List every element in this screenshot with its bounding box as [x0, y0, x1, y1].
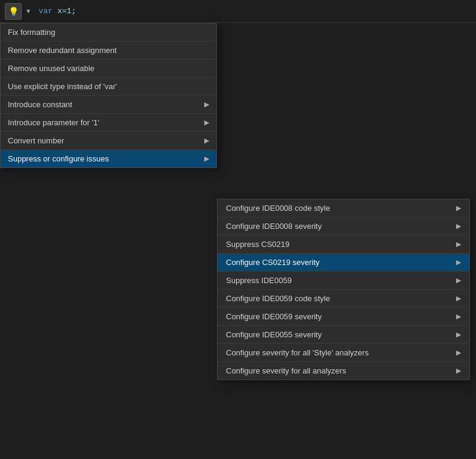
submenu-item-arrow-icon-2: ▶ — [456, 240, 461, 248]
main-menu-item-3[interactable]: Use explicit type instead of 'var' — [1, 78, 216, 96]
submenu-item-label-0: Configure IDE0008 code style — [226, 204, 330, 213]
submenu-item-label-6: Configure IDE0059 severity — [226, 312, 322, 321]
submenu-item-arrow-icon-6: ▶ — [456, 313, 461, 320]
submenu-item-arrow-icon-1: ▶ — [456, 222, 461, 230]
submenu-item-4[interactable]: Suppress IDE0059▶ — [218, 272, 469, 290]
main-menu-item-7[interactable]: Suppress or configure issues▶ — [1, 150, 216, 167]
main-menu-item-0[interactable]: Fix formatting — [1, 23, 216, 42]
menu-item-label-2: Remove unused variable — [8, 64, 95, 73]
dropdown-arrow-icon: ▼ — [25, 8, 31, 14]
submenu-item-label-7: Configure IDE0055 severity — [226, 330, 322, 339]
submenu-item-arrow-icon-9: ▶ — [456, 367, 461, 375]
main-menu-item-2[interactable]: Remove unused variable — [1, 60, 216, 78]
menu-item-label-3: Use explicit type instead of 'var' — [8, 82, 117, 91]
submenu-item-arrow-icon-5: ▶ — [456, 295, 461, 302]
main-menu-item-4[interactable]: Introduce constant▶ — [1, 96, 216, 114]
submenu-item-label-5: Configure IDE0059 code style — [226, 294, 330, 303]
submenu-item-label-1: Configure IDE0008 severity — [226, 222, 322, 231]
code-bar: 💡 ▼ var x=1; — [0, 0, 476, 23]
submenu-item-1[interactable]: Configure IDE0008 severity▶ — [218, 217, 469, 236]
submenu-item-label-4: Suppress IDE0059 — [226, 276, 292, 285]
menu-item-arrow-icon-7: ▶ — [204, 155, 209, 163]
main-menu-item-1[interactable]: Remove redundant assignment — [1, 42, 216, 60]
menu-item-label-4: Introduce constant — [8, 100, 72, 109]
main-menu-item-5[interactable]: Introduce parameter for '1'▶ — [1, 114, 216, 132]
menu-item-arrow-icon-5: ▶ — [204, 119, 209, 126]
submenu-item-label-8: Configure severity for all 'Style' analy… — [226, 348, 369, 357]
main-context-menu: Fix formattingRemove redundant assignmen… — [0, 23, 217, 168]
submenu-item-arrow-icon-8: ▶ — [456, 349, 461, 357]
code-variable: x=1; — [57, 7, 76, 16]
main-menu-item-6[interactable]: Convert number▶ — [1, 132, 216, 150]
submenu-item-2[interactable]: Suppress CS0219▶ — [218, 236, 469, 254]
submenu-item-7[interactable]: Configure IDE0055 severity▶ — [218, 326, 469, 344]
submenu: Configure IDE0008 code style▶Configure I… — [217, 199, 470, 380]
menu-item-arrow-icon-4: ▶ — [204, 101, 209, 108]
submenu-item-arrow-icon-3: ▶ — [456, 258, 461, 266]
menu-item-label-0: Fix formatting — [8, 28, 55, 37]
submenu-item-label-9: Configure severity for all analyzers — [226, 366, 346, 375]
submenu-item-8[interactable]: Configure severity for all 'Style' analy… — [218, 344, 469, 362]
menu-item-label-6: Convert number — [8, 136, 64, 145]
submenu-item-5[interactable]: Configure IDE0059 code style▶ — [218, 290, 469, 308]
menu-item-arrow-icon-6: ▶ — [204, 137, 209, 145]
menu-item-label-1: Remove redundant assignment — [8, 46, 117, 55]
menu-item-label-5: Introduce parameter for '1' — [8, 118, 99, 127]
submenu-item-6[interactable]: Configure IDE0059 severity▶ — [218, 308, 469, 326]
submenu-item-9[interactable]: Configure severity for all analyzers▶ — [218, 362, 469, 379]
submenu-item-label-3: Configure CS0219 severity — [226, 258, 319, 267]
lightbulb-button[interactable]: 💡 — [5, 3, 22, 20]
submenu-item-arrow-icon-7: ▶ — [456, 331, 461, 339]
submenu-item-0[interactable]: Configure IDE0008 code style▶ — [218, 199, 469, 217]
submenu-item-arrow-icon-0: ▶ — [456, 204, 461, 212]
lightbulb-icon: 💡 — [8, 7, 19, 16]
code-keyword: var — [39, 7, 52, 16]
submenu-item-label-2: Suppress CS0219 — [226, 240, 290, 249]
menu-item-label-7: Suppress or configure issues — [8, 154, 109, 163]
submenu-item-3[interactable]: Configure CS0219 severity▶ — [218, 254, 469, 272]
code-display: var x=1; — [39, 7, 76, 16]
submenu-item-arrow-icon-4: ▶ — [456, 276, 461, 284]
